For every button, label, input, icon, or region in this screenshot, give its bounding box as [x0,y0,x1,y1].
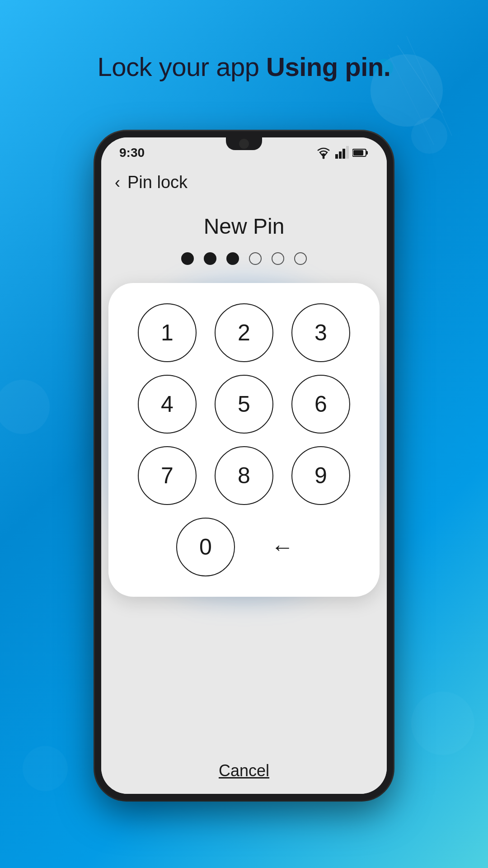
key-3[interactable]: 3 [291,303,350,362]
keypad-row-2: 4 5 6 [138,375,350,434]
pin-dot-1 [181,252,194,265]
svg-point-8 [411,692,474,755]
svg-rect-15 [366,151,368,155]
main-heading: Lock your app Using pin. [98,50,391,84]
battery-icon [352,148,369,158]
keypad-row-3: 7 8 9 [138,446,350,505]
phone-notch [226,137,262,150]
pin-dot-5 [272,252,284,265]
key-9[interactable]: 9 [291,446,350,505]
pin-dot-3 [226,252,239,265]
pin-dot-2 [204,252,216,265]
heading-normal: Lock your app [98,52,266,81]
key-6[interactable]: 6 [291,375,350,434]
key-1[interactable]: 1 [138,303,197,362]
backspace-button[interactable]: ← [253,518,312,576]
status-icons [315,146,369,160]
svg-point-1 [411,118,447,154]
nav-title: Pin lock [127,173,188,192]
svg-line-6 [389,54,434,145]
svg-rect-10 [335,154,338,159]
phone-screen: 9:30 [101,137,387,794]
camera-dot [239,139,249,149]
keypad: 1 2 3 4 5 6 7 8 9 [108,283,380,597]
phone-mockup: 9:30 [95,131,393,800]
content-area: New Pin 1 2 3 [101,200,387,752]
svg-line-4 [398,45,443,113]
svg-line-5 [407,36,452,136]
pin-dot-6 [294,252,307,265]
keypad-row-1: 1 2 3 [138,303,350,362]
key-4[interactable]: 4 [138,375,197,434]
svg-point-7 [23,746,68,791]
back-button[interactable]: ‹ [115,173,120,192]
keypad-wrapper: 1 2 3 4 5 6 7 8 9 [108,283,380,597]
svg-rect-16 [353,150,363,156]
svg-rect-13 [346,146,349,159]
new-pin-label: New Pin [204,214,285,239]
key-7[interactable]: 7 [138,446,197,505]
key-2[interactable]: 2 [215,303,273,362]
pin-dot-4 [249,252,262,265]
svg-rect-11 [339,151,342,159]
bottom-bar: Cancel [101,752,387,794]
key-8[interactable]: 8 [215,446,273,505]
keypad-row-4: 0 ← [176,518,312,576]
key-0[interactable]: 0 [176,518,235,576]
svg-rect-12 [343,149,345,159]
nav-bar: ‹ Pin lock [101,165,387,200]
status-time: 9:30 [119,146,145,160]
heading-bold: Using pin. [266,52,390,81]
key-5[interactable]: 5 [215,375,273,434]
pin-dots [181,252,307,265]
svg-point-9 [323,157,325,159]
signal-icon [335,146,349,160]
wifi-icon [315,146,332,160]
cancel-button[interactable]: Cancel [219,761,269,780]
svg-point-3 [0,380,50,434]
